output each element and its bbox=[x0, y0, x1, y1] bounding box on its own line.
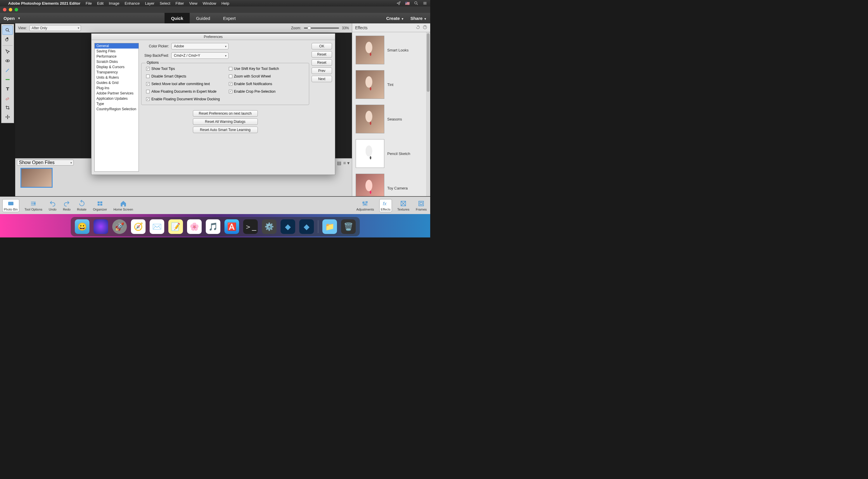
next-button[interactable]: Next bbox=[312, 76, 332, 82]
redeye-tool[interactable] bbox=[2, 56, 13, 65]
cat-country[interactable]: Country/Region Selection bbox=[95, 107, 138, 112]
create-button[interactable]: Create ▼ bbox=[386, 16, 404, 21]
adjustments-button[interactable]: Adjustments bbox=[355, 200, 375, 212]
undo-button[interactable]: Undo bbox=[48, 200, 58, 212]
photo-bin-toggle[interactable]: Photo Bin bbox=[2, 199, 19, 212]
cat-app-updates[interactable]: Application Updates bbox=[95, 96, 138, 101]
effect-seasons[interactable]: Seasons bbox=[356, 105, 427, 133]
straighten-tool[interactable] bbox=[2, 75, 13, 84]
chk-select-move-after-text[interactable]: Select Move tool after committing text bbox=[146, 82, 222, 86]
menu-file[interactable]: File bbox=[86, 1, 92, 5]
dock-safari[interactable]: 🧭 bbox=[131, 219, 146, 234]
cat-partner-services[interactable]: Adobe Partner Services bbox=[95, 91, 138, 96]
dock-settings[interactable]: ⚙️ bbox=[262, 219, 277, 234]
whiten-tool[interactable] bbox=[2, 65, 13, 75]
redo-button[interactable]: Redo bbox=[62, 200, 71, 212]
ok-button[interactable]: OK bbox=[312, 43, 332, 50]
reset-effects-icon[interactable] bbox=[415, 25, 420, 30]
cat-saving-files[interactable]: Saving Files bbox=[95, 49, 138, 54]
hand-tool[interactable] bbox=[2, 35, 13, 44]
chk-disable-smart-objects[interactable]: Disable Smart Objects bbox=[146, 74, 222, 78]
reset-button-2[interactable]: Reset bbox=[312, 59, 332, 66]
reset-smart-tone[interactable]: Reset Auto Smart Tone Learning bbox=[193, 127, 258, 133]
move-tool[interactable] bbox=[2, 112, 13, 122]
chk-floating-window-docking[interactable]: Enable Floating Document Window Docking bbox=[146, 97, 222, 101]
chk-zoom-scroll-wheel[interactable]: Zoom with Scroll Wheel bbox=[229, 74, 305, 78]
slider-thumb[interactable] bbox=[307, 26, 311, 30]
share-button[interactable]: Share ▼ bbox=[410, 16, 427, 21]
window-zoom[interactable] bbox=[14, 8, 18, 11]
rotate-button[interactable]: Rotate bbox=[76, 200, 87, 212]
menu-image[interactable]: Image bbox=[109, 1, 119, 5]
home-button[interactable]: Home Screen bbox=[112, 200, 134, 212]
effects-scrollbar[interactable] bbox=[426, 32, 430, 196]
menu-help[interactable]: Help bbox=[221, 1, 229, 5]
spotlight-icon[interactable] bbox=[414, 1, 418, 5]
share-icon[interactable] bbox=[396, 1, 401, 5]
control-center-icon[interactable] bbox=[423, 1, 427, 5]
cat-performance[interactable]: Performance bbox=[95, 54, 138, 59]
textures-button[interactable]: Textures bbox=[396, 200, 411, 212]
menu-filter[interactable]: Filter bbox=[176, 1, 184, 5]
dock-photos[interactable]: 🌸 bbox=[187, 219, 202, 234]
flag-icon[interactable]: 🇺🇸 bbox=[405, 1, 410, 5]
reset-prefs-next-launch[interactable]: Reset Preferences on next launch bbox=[193, 110, 258, 117]
window-minimize[interactable] bbox=[9, 8, 12, 11]
text-tool[interactable] bbox=[2, 84, 13, 94]
dock-pse-organizer[interactable]: ◆ bbox=[281, 219, 295, 234]
reset-warning-dialogs[interactable]: Reset All Warning Dialogs bbox=[193, 118, 258, 125]
chk-soft-notifications[interactable]: Enable Soft Notifications bbox=[229, 82, 305, 86]
cat-scratch-disks[interactable]: Scratch Disks bbox=[95, 59, 138, 64]
zoom-slider[interactable] bbox=[304, 28, 339, 29]
menu-edit[interactable]: Edit bbox=[97, 1, 103, 5]
dock-terminal[interactable]: ＞_ bbox=[243, 219, 258, 234]
menu-view[interactable]: View bbox=[189, 1, 197, 5]
dock-notes[interactable]: 📝 bbox=[168, 219, 183, 234]
prev-button[interactable]: Prev bbox=[312, 67, 332, 74]
chk-crop-preselection[interactable]: Enable Crop Pre-Selection bbox=[229, 89, 305, 94]
effect-toy-camera[interactable]: Toy Camera bbox=[356, 174, 427, 196]
tab-guided[interactable]: Guided bbox=[190, 13, 217, 23]
effect-tint[interactable]: Tint bbox=[356, 70, 427, 99]
bin-filter-select[interactable]: Show Open Files bbox=[17, 160, 74, 166]
tab-quick[interactable]: Quick bbox=[164, 13, 190, 23]
crop-tool[interactable] bbox=[2, 103, 13, 112]
dock-downloads[interactable]: 📁 bbox=[322, 219, 337, 234]
cat-type[interactable]: Type bbox=[95, 101, 138, 107]
menu-window[interactable]: Window bbox=[203, 1, 216, 5]
menu-layer[interactable]: Layer bbox=[145, 1, 155, 5]
frames-button[interactable]: Frames bbox=[415, 200, 428, 212]
color-picker-select[interactable]: Adobe bbox=[171, 43, 228, 50]
effect-smart-looks[interactable]: Smart Looks bbox=[356, 36, 427, 64]
bin-menu-icon[interactable]: ≡ ▾ bbox=[343, 160, 349, 166]
quick-select-tool[interactable] bbox=[2, 47, 13, 56]
dock-siri[interactable] bbox=[94, 219, 108, 234]
effect-pencil-sketch[interactable]: Pencil Sketch bbox=[356, 139, 427, 168]
dock-mail[interactable]: ✉️ bbox=[150, 219, 164, 234]
organizer-button[interactable]: Organizer bbox=[92, 200, 108, 212]
cat-guides-grid[interactable]: Guides & Grid bbox=[95, 80, 138, 85]
dock-finder[interactable]: 😀 bbox=[75, 219, 89, 234]
chk-show-tool-tips[interactable]: Show Tool Tips bbox=[146, 67, 222, 71]
menu-enhance[interactable]: Enhance bbox=[125, 1, 140, 5]
menu-select[interactable]: Select bbox=[160, 1, 170, 5]
dock-music[interactable]: 🎵 bbox=[206, 219, 220, 234]
dock-pse-editor[interactable]: ◆ bbox=[299, 219, 314, 234]
dock-appstore[interactable]: 🅰️ bbox=[224, 219, 239, 234]
zoom-tool[interactable] bbox=[2, 25, 13, 35]
chk-shift-tool-switch[interactable]: Use Shift Key for Tool Switch bbox=[229, 67, 305, 71]
cat-display-cursors[interactable]: Display & Cursors bbox=[95, 64, 138, 69]
cat-units-rulers[interactable]: Units & Rulers bbox=[95, 75, 138, 80]
help-icon[interactable] bbox=[423, 25, 427, 30]
step-back-select[interactable]: Cmd+Z / Cmd+Y bbox=[171, 52, 228, 59]
app-name[interactable]: Adobe Photoshop Elements 2021 Editor bbox=[8, 1, 81, 5]
bin-thumbnail[interactable] bbox=[21, 168, 53, 188]
tool-options-toggle[interactable]: Tool Options bbox=[23, 200, 43, 212]
cat-transparency[interactable]: Transparency bbox=[95, 69, 138, 75]
dock-trash[interactable]: 🗑️ bbox=[341, 219, 356, 234]
effects-button[interactable]: fxEffects bbox=[379, 199, 392, 212]
chk-floating-docs-expert[interactable]: Allow Floating Documents in Expert Mode bbox=[146, 89, 222, 94]
spot-heal-tool[interactable] bbox=[2, 94, 13, 103]
window-close[interactable] bbox=[3, 8, 6, 11]
cat-plugins[interactable]: Plug-Ins bbox=[95, 85, 138, 91]
